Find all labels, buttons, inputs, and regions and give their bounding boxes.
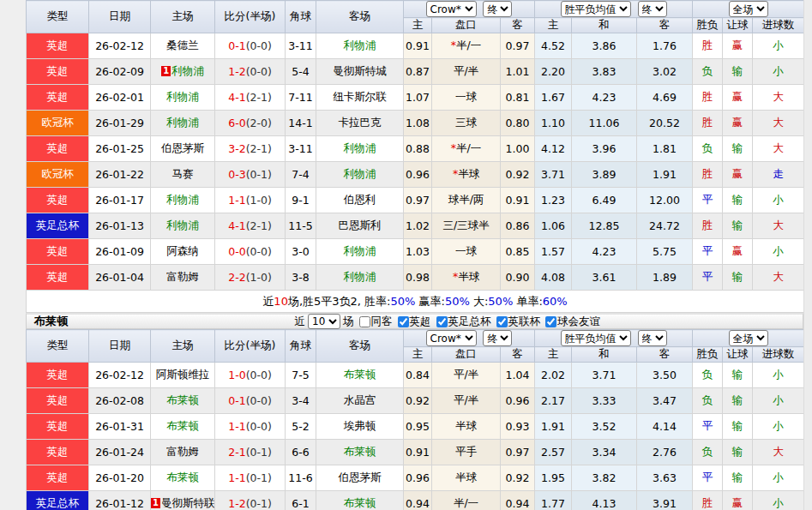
league-badge: 英足总杯 <box>27 213 88 238</box>
summary-segment: 10 <box>274 295 288 308</box>
result-goals: 大 <box>753 136 804 162</box>
col-header-away: 客场 <box>316 330 404 363</box>
result-goals: 小 <box>753 363 804 388</box>
corners: 3-11 <box>286 136 316 162</box>
result-handicap: 输 <box>723 465 753 491</box>
record-summary-cell: 近10场,胜5平3负2, 胜率:50% 赢率:50% 大:50% 单率:60% <box>27 291 804 313</box>
result-wdl: 负 <box>693 136 723 162</box>
avg-home: 1.91 <box>535 414 572 440</box>
corners: 3-4 <box>286 388 316 414</box>
scope-select[interactable]: 全场 <box>729 330 768 346</box>
summary-segment: 50% <box>445 295 470 308</box>
odds-period-select[interactable]: 终 <box>483 330 512 346</box>
match-date: 26-01-13 <box>89 213 151 239</box>
odds-provider-select[interactable]: Crow* <box>426 330 477 346</box>
corners: 6-1 <box>286 491 316 510</box>
away-team: 伯恩利 <box>316 188 404 213</box>
match-row: 英超26-02-08布莱顿0-1(0-0)3-4水晶宫0.92平/半0.962.… <box>27 388 804 414</box>
league-badge: 英超 <box>27 414 88 439</box>
avg-type-select[interactable]: 胜平负均值 <box>561 1 631 17</box>
col-header-score: 比分(半场) <box>215 1 286 33</box>
avg-home: 4.52 <box>535 33 572 59</box>
odds-home: 1.08 <box>404 111 432 136</box>
summary-segment: 60% <box>543 295 568 308</box>
filter-league-1: 英超 <box>393 315 431 329</box>
avg-home: 4.12 <box>535 136 572 162</box>
league-badge: 英超 <box>27 265 88 290</box>
section-title: 布莱顿 <box>34 314 68 329</box>
odds-period-select[interactable]: 终 <box>483 1 512 17</box>
sub-header-avg-home: 主 <box>535 347 572 363</box>
match-count-select[interactable]: 10 <box>308 314 340 329</box>
league-badge: 欧冠杯 <box>27 162 88 187</box>
match-row: 英超26-01-31布莱顿1-1(0-0)5-2埃弗顿0.95半球0.931.9… <box>27 414 804 440</box>
league-cell: 英足总杯 <box>27 213 89 239</box>
avg-home: 1.95 <box>535 465 572 491</box>
filter-checkbox[interactable] <box>545 316 556 327</box>
avg-home: 1.06 <box>535 213 572 239</box>
league-cell: 英超 <box>27 85 89 111</box>
match-date: 26-01-31 <box>89 414 151 440</box>
avg-draw: 3.82 <box>572 465 637 491</box>
away-team: 伯恩茅斯 <box>316 465 404 491</box>
match-date: 26-01-24 <box>89 440 151 465</box>
score: 0-0(0-0) <box>215 239 286 265</box>
match-filters: 近 10 场 同客英超英足总杯英联杯球会友谊 <box>295 314 601 329</box>
result-handicap: 赢 <box>723 111 753 136</box>
league-cell: 英超 <box>27 465 89 491</box>
col-header-score: 比分(半场) <box>215 330 286 363</box>
corners: 5-4 <box>286 59 316 85</box>
avg-away: 4.14 <box>637 414 693 440</box>
summary-segment: 赢率: <box>415 295 445 308</box>
scope-select[interactable]: 全场 <box>729 1 768 17</box>
league-cell: 英超 <box>27 33 89 59</box>
handicap-line: 一球 <box>432 239 501 265</box>
away-team: 纽卡斯尔联 <box>316 85 404 111</box>
score: 1-1(0-0) <box>215 414 286 440</box>
score: 2-1(0-1) <box>215 440 286 465</box>
col-header-away: 客场 <box>316 1 404 33</box>
avg-period-select[interactable]: 终 <box>638 1 667 17</box>
avg-period-select[interactable]: 终 <box>638 330 667 346</box>
avg-away: 20.52 <box>637 111 693 136</box>
corners: 3-0 <box>286 239 316 265</box>
match-date: 26-01-20 <box>89 465 151 491</box>
scrollbar-track[interactable] <box>803 0 812 510</box>
filter-checkbox[interactable] <box>359 316 370 327</box>
avg-away: 3.47 <box>637 388 693 414</box>
odds-provider-select[interactable]: Crow* <box>426 1 477 17</box>
corners: 14-1 <box>286 111 316 136</box>
home-team: 1利物浦 <box>151 59 215 85</box>
corners: 7-4 <box>286 162 316 188</box>
handicap-line: 一球 <box>432 85 501 111</box>
score: 1-1(0-1) <box>215 465 286 491</box>
league-badge: 英超 <box>27 136 88 161</box>
home-team: 富勒姆 <box>151 265 215 291</box>
handicap-line: 半/一 <box>432 491 501 510</box>
result-goals: 大 <box>753 440 804 465</box>
avg-away: 1.91 <box>637 162 693 188</box>
result-handicap: 赢 <box>723 33 753 59</box>
result-wdl: 负 <box>693 59 723 85</box>
odds-away: 0.80 <box>501 111 535 136</box>
league-badge: 英超 <box>27 33 88 58</box>
handicap-line: 球半/两 <box>432 188 501 213</box>
avg-type-select[interactable]: 胜平负均值 <box>561 330 631 346</box>
match-row: 英足总杯26-01-13利物浦4-1(2-1)11-5巴恩斯利1.02三/三球半… <box>27 213 804 239</box>
league-cell: 英超 <box>27 440 89 465</box>
filter-checkbox[interactable] <box>496 316 508 327</box>
filter-checkbox[interactable] <box>398 316 409 327</box>
result-goals: 小 <box>753 239 804 265</box>
page: 类型 日期 主场 比分(半场) 角球 客场 Crow* 终 胜平负均值 终 <box>0 0 812 510</box>
league-cell: 英超 <box>27 136 89 162</box>
col-header-home: 主场 <box>151 330 215 363</box>
avg-away: 1.89 <box>637 265 693 291</box>
match-date: 26-02-01 <box>89 85 151 111</box>
avg-away: 1.81 <box>637 136 693 162</box>
odds-home: 0.97 <box>404 188 432 213</box>
summary-segment: 单率: <box>513 295 543 308</box>
filter-checkbox[interactable] <box>436 316 448 327</box>
match-date: 26-02-08 <box>89 388 151 414</box>
away-team: 曼彻斯特城 <box>316 59 404 85</box>
odds-away: 0.86 <box>501 213 535 239</box>
